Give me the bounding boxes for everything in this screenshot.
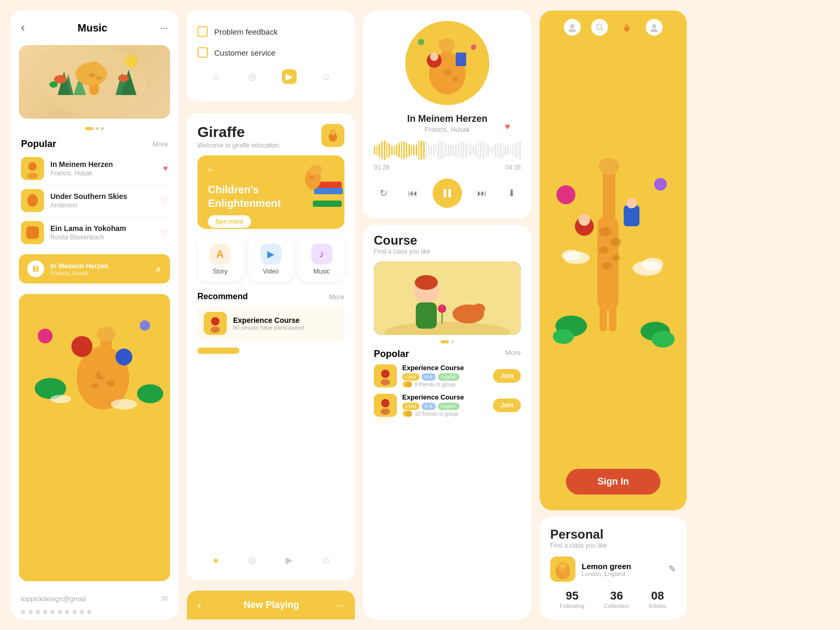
category-buttons: A Story ▶ Video ♪ Music bbox=[197, 237, 344, 281]
svg-point-16 bbox=[28, 162, 37, 171]
course-info-2: Experience Course Child 3~6 English 10 f… bbox=[402, 393, 493, 417]
top-icon-search[interactable] bbox=[591, 19, 608, 36]
svg-point-86 bbox=[570, 24, 574, 28]
pwd-dot-8 bbox=[72, 610, 77, 614]
giraffe-card-header: Giraffe Welcome to giraffe education. bbox=[197, 124, 344, 149]
svg-point-37 bbox=[50, 395, 71, 403]
signin-artwork bbox=[540, 37, 687, 479]
music-cat-icon: ♪ bbox=[311, 244, 332, 265]
svg-point-17 bbox=[27, 173, 38, 179]
new-playing-bar[interactable]: ‹ New Playing ··· bbox=[187, 591, 355, 620]
player-panel: In Meinem Herzen Francis, Husak ♥ 01:28 … bbox=[363, 10, 531, 620]
svg-rect-103 bbox=[609, 300, 616, 331]
personal-card: Personal Find a class you like Lemon gre… bbox=[540, 517, 687, 620]
np-more-button[interactable]: ··· bbox=[335, 599, 344, 611]
nav-play-2[interactable]: ▶ bbox=[282, 553, 297, 568]
nav-user-2[interactable]: ☺ bbox=[319, 553, 333, 568]
wave-bar bbox=[455, 143, 457, 158]
recommend-item-1[interactable]: Experience Course 80 people have partici… bbox=[197, 306, 344, 341]
wave-bar bbox=[468, 144, 469, 155]
profile-banner bbox=[19, 294, 170, 581]
song-thumb-1 bbox=[21, 157, 44, 180]
heart-icon-2[interactable]: ♡ bbox=[161, 196, 168, 206]
nav-search-2[interactable]: ◎ bbox=[245, 553, 260, 568]
nav-home[interactable]: ⌂ bbox=[208, 69, 223, 84]
wave-bar bbox=[388, 143, 390, 156]
popular-header: Popolar More bbox=[374, 349, 521, 360]
wave-bar bbox=[426, 141, 427, 160]
music-button[interactable]: ♪ Music bbox=[299, 237, 344, 281]
menu-item-feedback[interactable]: Problem feedback bbox=[197, 21, 344, 42]
wave-bar bbox=[450, 145, 452, 156]
story-button[interactable]: A Story bbox=[197, 237, 243, 281]
wave-bar bbox=[374, 146, 375, 155]
next-button[interactable]: ⏭ bbox=[472, 184, 491, 203]
wave-bar bbox=[418, 141, 420, 160]
join-button-2[interactable]: Join bbox=[493, 398, 521, 412]
course-name-2: Experience Course bbox=[402, 393, 493, 401]
recommend-thumb-1 bbox=[204, 312, 227, 335]
heart-icon-1[interactable]: ♥ bbox=[163, 164, 169, 173]
svg-line-89 bbox=[601, 29, 603, 31]
nav-home-2[interactable]: ● bbox=[208, 553, 223, 568]
signin-button[interactable]: Sign In bbox=[566, 469, 660, 495]
more-button[interactable]: ··· bbox=[160, 23, 168, 34]
password-dots bbox=[10, 607, 178, 620]
pause-button[interactable] bbox=[433, 178, 462, 208]
email-text: toppickdesign@gmail bbox=[21, 595, 86, 603]
video-button[interactable]: ▶ Video bbox=[248, 237, 294, 281]
back-button[interactable]: ‹ bbox=[21, 21, 25, 35]
course-dot-2 bbox=[451, 340, 454, 343]
course-thumb-1 bbox=[374, 364, 397, 387]
now-playing-bar[interactable]: In Meinem Herzen Francis, Husak ∧ bbox=[19, 254, 170, 284]
wave-bar bbox=[423, 141, 425, 159]
menu-item-customer[interactable]: Customer service bbox=[197, 42, 344, 63]
nav-search[interactable]: ◎ bbox=[245, 69, 260, 84]
nav-user[interactable]: ☺ bbox=[319, 69, 333, 84]
wave-bar bbox=[381, 141, 383, 159]
repeat-button[interactable]: ↻ bbox=[374, 184, 393, 203]
chevron-up-icon[interactable]: ∧ bbox=[155, 264, 162, 274]
prev-button[interactable]: ⏮ bbox=[403, 184, 422, 203]
recommend-more[interactable]: More bbox=[329, 293, 344, 301]
pause-icon[interactable] bbox=[27, 260, 44, 277]
pwd-dot-10 bbox=[87, 610, 91, 614]
collection-value: 36 bbox=[604, 589, 629, 603]
wave-bar bbox=[463, 142, 464, 159]
wave-bar bbox=[470, 144, 471, 156]
svg-point-92 bbox=[652, 24, 656, 28]
song-artist-1: Francis, Husak bbox=[50, 170, 163, 177]
np-back-button[interactable]: ‹ bbox=[197, 599, 201, 611]
join-button-1[interactable]: Join bbox=[493, 369, 521, 383]
svg-point-35 bbox=[38, 329, 52, 343]
song-item-3[interactable]: Ein Lama in Yokoham Rosita Blissenbach ♡ bbox=[19, 217, 170, 249]
song-item-1[interactable]: In Meinem Herzen Francis, Husak ♥ bbox=[19, 153, 170, 185]
popular-more-link[interactable]: More bbox=[152, 140, 168, 148]
dot-2 bbox=[96, 127, 99, 130]
edit-icon[interactable]: ✎ bbox=[668, 563, 676, 575]
wave-bar bbox=[480, 142, 481, 158]
now-playing-info: In Meinem Herzen Francis, Husak bbox=[50, 262, 155, 276]
stat-collection: 36 Collection bbox=[604, 589, 629, 609]
player-heart-icon[interactable]: ♥ bbox=[505, 121, 510, 132]
see-more-button[interactable]: See more bbox=[208, 215, 251, 228]
wave-bar bbox=[433, 144, 435, 156]
svg-point-42 bbox=[331, 132, 334, 134]
wave-bar bbox=[510, 146, 511, 153]
svg-rect-22 bbox=[33, 266, 35, 272]
top-icon-giraffe bbox=[618, 19, 635, 36]
story-label: Story bbox=[213, 268, 227, 275]
heart-icon-3[interactable]: ♡ bbox=[161, 228, 168, 238]
svg-point-116 bbox=[553, 329, 574, 344]
svg-point-105 bbox=[579, 214, 590, 226]
song-item-2[interactable]: Under Southern Skies Anderson ♡ bbox=[19, 185, 170, 217]
wave-bar bbox=[495, 143, 496, 157]
nav-play[interactable]: ▶ bbox=[282, 69, 297, 84]
download-button[interactable]: ⬇ bbox=[502, 184, 521, 203]
song-thumb-3 bbox=[21, 221, 44, 244]
popular-more[interactable]: More bbox=[505, 349, 521, 360]
course-carousel-dots bbox=[374, 340, 521, 343]
course-thumb-2 bbox=[374, 394, 397, 417]
music-panel: ‹ Music ··· bbox=[10, 10, 178, 620]
recommend-section: Recommend More Experience Course 80 peop… bbox=[197, 292, 344, 341]
